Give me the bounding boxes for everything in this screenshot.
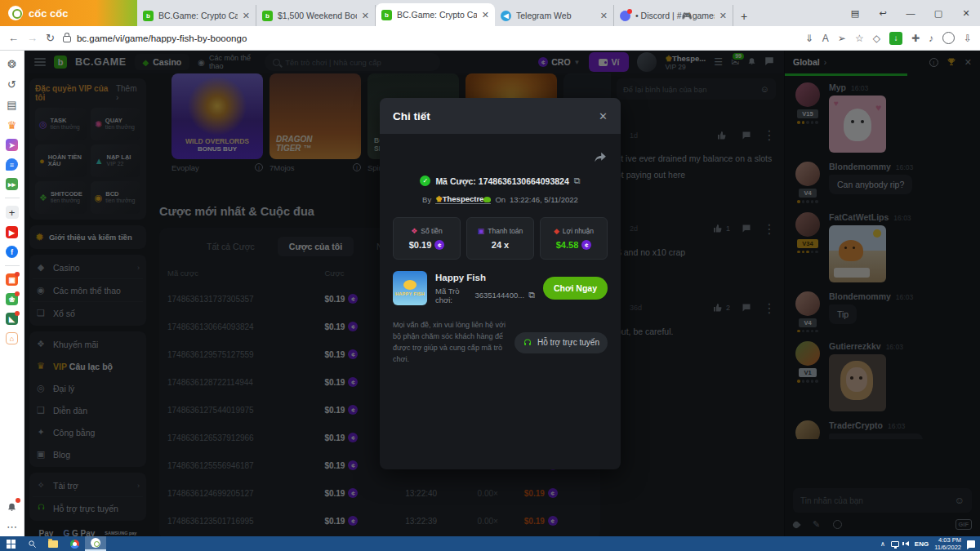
action-center-icon[interactable] [967, 540, 975, 548]
url-box[interactable]: bc.game/vi/game/happy-fish-by-booongo [63, 33, 797, 43]
file-explorer-icon[interactable] [42, 536, 64, 551]
modal-close-icon[interactable]: ✕ [599, 110, 608, 122]
hidden-icons-chevron[interactable]: ∧ [880, 540, 885, 548]
back-button[interactable]: ← [8, 32, 19, 44]
stat-payout: ▣Thanh toán 24 x [466, 217, 534, 260]
maximize-button[interactable]: ▢ [924, 0, 952, 26]
help-text: Mọi vấn đề, xin vui lòng liên hệ với bộ … [393, 320, 506, 366]
url-text[interactable]: bc.game/vi/game/happy-fish-by-booongo [77, 33, 247, 43]
divider [5, 265, 20, 266]
copy-icon[interactable]: ⧉ [528, 290, 535, 300]
bet-datetime: 13:22:46, 5/11/2022 [510, 195, 578, 204]
crown-icon[interactable]: ♛ [6, 118, 19, 131]
coccoc-taskbar-icon[interactable] [85, 536, 106, 551]
video-download-icon[interactable]: ↓ [889, 32, 902, 45]
fish-icon [403, 280, 416, 290]
profile-avatar-icon[interactable] [942, 32, 955, 44]
browser-tab[interactable]: ◀ Telegram Web ✕ [495, 5, 614, 26]
more-options-icon[interactable]: ⋯ [6, 520, 19, 533]
youtube-icon[interactable]: ▶ [6, 226, 18, 238]
windows-taskbar: ∧ ENG 4:03 PM11/6/2022 [0, 536, 980, 551]
notifications-bell-icon[interactable] [6, 500, 19, 513]
cro-coin-icon: ¢ [434, 240, 444, 250]
facebook-icon[interactable]: f [6, 246, 18, 258]
translate-icon[interactable]: A [822, 33, 829, 44]
browser-tab[interactable]: b $1,500 Weekend Booongo M ✕ [256, 5, 376, 26]
bookmark-star-icon[interactable]: ☆ [855, 33, 864, 44]
bet-details-modal: Chi tiết ✕ ✓ Mã Cược: 174863613066409382… [380, 98, 621, 469]
forward-button[interactable]: → [27, 32, 38, 44]
happy-fish-thumbnail[interactable]: HAPPY FISH [393, 271, 427, 305]
tab-close-icon[interactable]: ✕ [243, 11, 250, 21]
browser-tab-active[interactable]: b BC.Game: Crypto Casino Gan ✕ [376, 3, 495, 26]
chrome-icon[interactable] [64, 536, 85, 551]
stat-profit: ◆Lợi nhuận $4.58¢ [540, 217, 608, 260]
modal-header: Chi tiết ✕ [380, 98, 621, 134]
gift-icon[interactable]: ❀ [6, 293, 18, 305]
browser-tab[interactable]: • Discord | #🎮games | BC G ✕ [614, 5, 733, 26]
divider [5, 198, 20, 198]
address-bar-icons: ⇓ A ➢ ☆ ◇ ↓ ✚ ♪ ⇩ [805, 32, 972, 45]
live-support-button[interactable]: Hỗ trợ trực tuyến [514, 332, 608, 353]
close-button[interactable]: ✕ [952, 0, 980, 26]
add-shortcut-icon[interactable]: + [6, 206, 19, 219]
settings-gear-icon[interactable]: ❂ [6, 57, 19, 70]
game-row: HAPPY FISH Happy Fish Mã Trò chơi: 36351… [393, 271, 608, 305]
bcgame-app: b BC.GAME ◆ Casino ◉ Các môn thể thao ¢ [24, 51, 980, 536]
play-now-button[interactable]: Chơi Ngay [543, 277, 608, 300]
discord-favicon [620, 11, 630, 21]
tab-close-icon[interactable]: ✕ [719, 11, 727, 21]
game-id: 3635144400... [474, 291, 524, 300]
extensions-icon[interactable]: ✚ [911, 33, 920, 44]
bet-stats: ❖Số tiền $0.19¢ ▣Thanh toán 24 x ◆Lợi nh… [393, 217, 608, 260]
screen: cốc cốc b BC.Game: Crypto Casino Gam ✕ b… [0, 0, 980, 551]
tab-close-icon[interactable]: ✕ [482, 10, 489, 20]
bcgame-favicon: b [381, 10, 392, 20]
study-cap-icon[interactable]: ◣ [6, 313, 18, 325]
session-restore-icon[interactable]: ↩ [869, 0, 897, 26]
newsfeed-icon[interactable]: ▤ [6, 98, 19, 111]
bet-id: 1748636130664093824 [479, 176, 569, 186]
browser-tab-strip: cốc cốc b BC.Game: Crypto Casino Gam ✕ b… [0, 0, 980, 26]
shopping-deals-icon[interactable]: ▣ [6, 273, 18, 286]
game-name: Happy Fish [435, 273, 535, 282]
network-icon[interactable] [891, 541, 899, 547]
zalo-chat-icon[interactable]: ≡ [6, 158, 18, 171]
wallet-icon: ▣ [478, 227, 485, 235]
taskbar-clock[interactable]: 4:03 PM11/6/2022 [934, 536, 961, 551]
bet-user-link[interactable]: ♚Thespectre [435, 194, 491, 204]
copy-icon[interactable]: ⧉ [574, 176, 581, 186]
lock-icon [63, 36, 71, 42]
save-page-icon[interactable]: ⇓ [805, 33, 813, 44]
volume-icon[interactable] [905, 541, 909, 546]
cart-icon[interactable]: ⌂ [6, 332, 18, 344]
crown-icon: ♚ [435, 194, 443, 203]
coccoc-logo-icon [8, 6, 23, 20]
system-tray: ∧ ENG 4:03 PM11/6/2022 [880, 536, 980, 551]
history-icon[interactable]: ↺ [6, 78, 19, 91]
messenger-icon[interactable]: ➤ [6, 139, 18, 151]
tab-close-icon[interactable]: ✕ [362, 11, 369, 21]
music-icon[interactable]: ♪ [929, 33, 933, 44]
headset-icon [523, 338, 532, 348]
shield-icon[interactable]: ◇ [873, 33, 880, 44]
frog-icon [483, 197, 491, 202]
games-icon[interactable]: ▸▸ [6, 178, 18, 190]
tab-close-icon[interactable]: ✕ [600, 11, 608, 21]
reader-mode-icon[interactable]: ▤ [841, 0, 869, 26]
share-page-icon[interactable]: ➢ [838, 33, 846, 44]
start-button[interactable] [0, 536, 21, 551]
downloads-tray-icon[interactable]: ⇩ [964, 33, 972, 44]
language-indicator[interactable]: ENG [915, 540, 929, 548]
taskbar-search-icon[interactable] [21, 536, 42, 551]
browser-tab[interactable]: b BC.Game: Crypto Casino Gam ✕ [137, 5, 256, 26]
bcgame-favicon: b [262, 11, 273, 21]
new-tab-button[interactable]: + [733, 10, 755, 26]
share-icon[interactable] [594, 150, 608, 164]
reload-button[interactable]: ↻ [46, 32, 55, 44]
coccoc-side-rail: ❂ ↺ ▤ ♛ ➤ ≡ ▸▸ + ▶ f ▣ ❀ ◣ ⌂ ⋯ [0, 51, 24, 536]
bcgame-favicon: b [143, 11, 154, 21]
address-bar: ← → ↻ bc.game/vi/game/happy-fish-by-booo… [0, 26, 980, 51]
telegram-favicon: ◀ [501, 11, 511, 21]
minimize-button[interactable]: — [897, 0, 924, 26]
